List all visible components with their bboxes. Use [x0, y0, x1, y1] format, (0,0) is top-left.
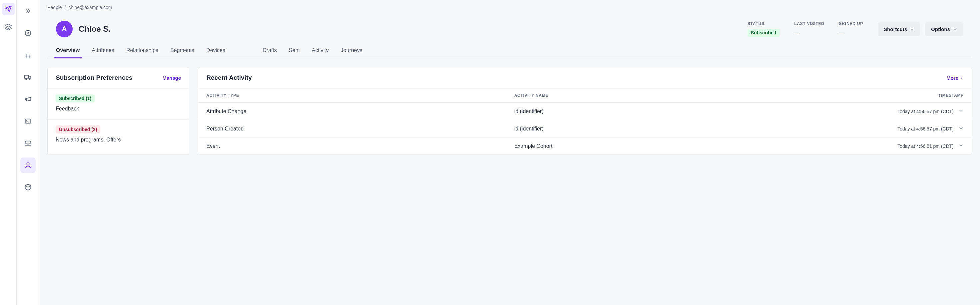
meta-value-last-visited: — — [794, 29, 824, 34]
activity-row[interactable]: Event Example Cohort Today at 4:56:51 pm… — [198, 137, 972, 155]
tab-devices[interactable]: Devices — [206, 47, 225, 58]
nav-item-content[interactable] — [20, 179, 36, 195]
more-link[interactable]: More — [947, 75, 964, 81]
workspace-rail — [0, 0, 17, 305]
options-button-label: Options — [931, 26, 950, 32]
tab-sent[interactable]: Sent — [289, 47, 300, 58]
user-icon — [24, 161, 32, 169]
chevron-down-icon — [958, 143, 964, 148]
tab-drafts[interactable]: Drafts — [262, 47, 277, 58]
chevron-down-icon — [910, 27, 914, 31]
svg-marker-0 — [5, 24, 11, 27]
expand-row-button[interactable] — [958, 143, 964, 149]
terminal-icon — [24, 117, 32, 125]
subscription-title: Subscription Preferences — [56, 74, 132, 81]
manage-link[interactable]: Manage — [162, 75, 181, 81]
rail-item-send[interactable] — [2, 3, 15, 15]
main-area: People / chloe@example.com A Chloe S. ST… — [39, 0, 980, 305]
truck-icon — [24, 73, 32, 81]
nav-item-people[interactable] — [20, 158, 36, 173]
person-name: Chloe S. — [79, 24, 111, 34]
svg-rect-8 — [25, 119, 31, 123]
breadcrumb-current[interactable]: chloe@example.com — [68, 5, 112, 10]
cell-name: id (identifier) — [514, 126, 884, 132]
activity-row[interactable]: Attribute Change id (identifier) Today a… — [198, 103, 972, 120]
activity-title: Recent Activity — [206, 74, 252, 81]
expand-sidebar-button[interactable] — [20, 3, 36, 19]
meta-label-last-visited: LAST VISITED — [794, 21, 824, 26]
bar-chart-icon — [24, 51, 32, 59]
avatar: A — [56, 21, 73, 37]
nav-item-dashboard[interactable] — [20, 26, 36, 41]
breadcrumb-root[interactable]: People — [47, 5, 62, 10]
subscription-panel: Subscription Preferences Manage Subscrib… — [47, 67, 189, 155]
cell-timestamp: Today at 4:56:57 pm (CDT) — [897, 109, 954, 114]
person-meta: STATUS Subscribed LAST VISITED — SIGNED … — [748, 21, 863, 37]
paper-plane-icon — [5, 5, 12, 13]
tab-attributes[interactable]: Attributes — [92, 47, 115, 58]
cell-timestamp: Today at 4:56:57 pm (CDT) — [897, 126, 954, 131]
svg-rect-5 — [24, 75, 28, 78]
tabs: Overview Attributes Relationships Segmen… — [47, 40, 972, 58]
col-activity-name: ACTIVITY NAME — [514, 93, 884, 98]
chevron-down-icon — [953, 27, 957, 31]
cell-timestamp: Today at 4:56:51 pm (CDT) — [897, 144, 954, 149]
nav-item-broadcasts[interactable] — [20, 91, 36, 107]
inbox-icon — [24, 139, 32, 147]
subscribed-items: Feedback — [56, 106, 181, 112]
shortcuts-button[interactable]: Shortcuts — [878, 22, 920, 36]
chevron-double-right-icon — [24, 7, 32, 15]
layers-icon — [5, 23, 12, 31]
person-header: A Chloe S. STATUS Subscribed LAST VISITE… — [47, 15, 972, 40]
tab-activity[interactable]: Activity — [312, 47, 329, 58]
cell-type: Attribute Change — [206, 109, 514, 115]
rail-item-layers[interactable] — [2, 21, 15, 34]
breadcrumb: People / chloe@example.com — [39, 0, 980, 12]
expand-row-button[interactable] — [958, 108, 964, 115]
chevron-down-icon — [958, 108, 964, 113]
meta-label-status: STATUS — [748, 21, 780, 26]
expand-row-button[interactable] — [958, 126, 964, 132]
cell-type: Event — [206, 143, 514, 149]
nav-item-analytics[interactable] — [20, 47, 36, 63]
nav-item-inbox[interactable] — [20, 136, 36, 151]
col-activity-type: ACTIVITY TYPE — [206, 93, 514, 98]
col-timestamp: TIMESTAMP — [884, 93, 964, 98]
nav-rail — [17, 0, 39, 305]
cell-name: Example Cohort — [514, 143, 884, 149]
chevron-down-icon — [958, 126, 964, 131]
tab-segments[interactable]: Segments — [170, 47, 194, 58]
cell-type: Person Created — [206, 126, 514, 132]
shortcuts-button-label: Shortcuts — [884, 26, 907, 32]
status-badge: Subscribed — [748, 29, 780, 37]
svg-point-7 — [29, 78, 30, 80]
meta-label-signed-up: SIGNED UP — [839, 21, 863, 26]
more-link-label: More — [947, 75, 958, 81]
gauge-icon — [24, 29, 32, 37]
svg-point-10 — [27, 163, 29, 165]
options-button[interactable]: Options — [925, 22, 963, 36]
tab-journeys[interactable]: Journeys — [340, 47, 362, 58]
tab-relationships[interactable]: Relationships — [126, 47, 158, 58]
activity-panel: Recent Activity More ACTIVITY TYPE ACTIV… — [198, 67, 972, 155]
svg-point-6 — [25, 78, 27, 80]
nav-item-terminal[interactable] — [20, 113, 36, 129]
cube-icon — [24, 184, 32, 191]
activity-row[interactable]: Person Created id (identifier) Today at … — [198, 120, 972, 137]
unsubscribed-badge: Unsubscribed (2) — [56, 126, 100, 134]
subscribed-badge: Subscribed (1) — [56, 94, 95, 102]
tab-overview[interactable]: Overview — [56, 47, 80, 58]
meta-value-signed-up: — — [839, 29, 863, 34]
unsubscribed-items: News and programs, Offers — [56, 137, 181, 143]
nav-item-deliveries[interactable] — [20, 69, 36, 85]
cell-name: id (identifier) — [514, 109, 884, 115]
breadcrumb-separator: / — [65, 5, 66, 10]
megaphone-icon — [24, 96, 32, 103]
chevron-right-icon — [960, 76, 964, 80]
